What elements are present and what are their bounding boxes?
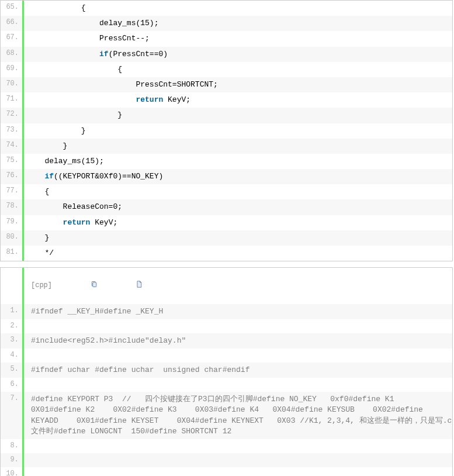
line-number: 69. — [1, 62, 24, 77]
line-number — [1, 268, 24, 303]
code-line: #include<reg52.h>#include"delay.h" — [24, 333, 452, 349]
line-number: 8. — [1, 439, 24, 453]
code-line — [24, 349, 452, 363]
line-number: 67. — [1, 31, 24, 46]
code-line — [24, 439, 452, 453]
line-number: 80. — [1, 230, 24, 246]
code-line: if(PressCnt==0) — [24, 47, 452, 62]
line-number: 78. — [1, 199, 24, 215]
code-line: } — [24, 230, 452, 246]
code-line: return KeyV; — [24, 92, 452, 108]
code-line: { — [24, 1, 452, 16]
line-number: 77. — [1, 184, 24, 199]
line-number: 75. — [1, 154, 24, 169]
code-line: } — [24, 139, 452, 154]
code-line: } — [24, 108, 452, 123]
line-number: 4. — [1, 349, 24, 363]
line-number: 2. — [1, 319, 24, 333]
line-number: 9. — [1, 453, 24, 467]
code-line — [24, 467, 452, 476]
line-number: 71. — [1, 92, 24, 108]
line-number: 65. — [1, 1, 24, 16]
line-number: 3. — [1, 333, 24, 349]
code-line: { — [24, 184, 452, 199]
code-line: #ifndef __KEY_H#define _KEY_H — [24, 304, 452, 319]
code-line: */ — [24, 246, 452, 261]
line-number: 66. — [1, 16, 24, 31]
code-line: if((KEYPORT&0Xf0)==NO_KEY) — [24, 169, 452, 184]
code-line: return KeyV; — [24, 215, 452, 230]
line-number: 81. — [1, 246, 24, 261]
code-line — [24, 378, 452, 392]
line-number: 79. — [1, 215, 24, 230]
line-number: 7. — [1, 392, 24, 439]
line-number: 72. — [1, 108, 24, 123]
line-number: 73. — [1, 123, 24, 139]
code-line: #ifndef uchar #define uchar unsigned cha… — [24, 363, 452, 378]
code-block-1: 65. { 66. delay_ms(15); 67. PressCnt--; … — [0, 0, 453, 261]
line-number: 70. — [1, 77, 24, 92]
copy-icon[interactable] — [57, 270, 98, 301]
code-line: { — [24, 62, 452, 77]
code-line: ReleaseCon=0; — [24, 199, 452, 215]
code-line: delay_ms(15); — [24, 16, 452, 31]
code-line: PressCnt--; — [24, 31, 452, 46]
code-line: #define KEYPORT P3 // 四个按键接在了P3口的四个引脚#de… — [24, 392, 452, 439]
view-source-icon[interactable] — [102, 270, 143, 301]
code-line: } — [24, 123, 452, 139]
line-number: 10. — [1, 467, 24, 476]
line-number: 1. — [1, 304, 24, 319]
code-header: [cpp] — [24, 268, 452, 303]
line-number: 76. — [1, 169, 24, 184]
language-label: [cpp] — [31, 281, 52, 291]
line-number: 68. — [1, 47, 24, 62]
line-number: 74. — [1, 139, 24, 154]
svg-rect-1 — [92, 282, 96, 287]
line-number: 5. — [1, 363, 24, 378]
code-block-2: [cpp] 1.#ifndef __KEY_H#define _KEY_H 2.… — [0, 267, 453, 476]
code-line: delay_ms(15); — [24, 154, 452, 169]
line-number: 6. — [1, 378, 24, 392]
code-line: PressCnt=SHORTCNT; — [24, 77, 452, 92]
code-line — [24, 453, 452, 467]
code-line — [24, 319, 452, 333]
